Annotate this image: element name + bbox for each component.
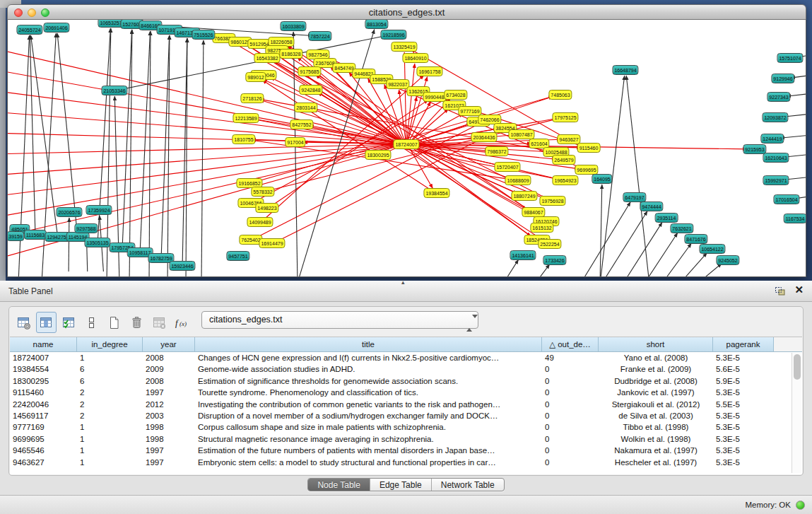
network-node[interactable]: 17975125 <box>552 112 578 122</box>
network-node[interactable]: 6479197 <box>623 192 646 202</box>
network-node[interactable]: 24055724 <box>16 25 42 35</box>
network-node[interactable]: 9115460 <box>577 143 601 153</box>
cell[interactable]: Nakamura et al. (1997) <box>599 445 713 456</box>
network-node[interactable]: 10688609 <box>505 175 531 185</box>
column-header-name[interactable]: name <box>10 337 77 351</box>
network-node[interactable]: 8813054 <box>365 20 388 29</box>
network-node[interactable]: 18640910 <box>402 53 428 63</box>
network-edge[interactable] <box>683 253 707 276</box>
cell[interactable]: Genome-wide association studies in ADHD. <box>195 363 542 375</box>
network-node[interactable]: 9474444 <box>640 201 663 211</box>
network-edge[interactable] <box>701 264 722 276</box>
create-column-icon[interactable] <box>104 312 124 333</box>
scrollbar-thumb[interactable] <box>794 354 801 380</box>
cell[interactable]: 2 <box>77 410 143 421</box>
cell[interactable]: 18724007 <box>10 352 77 363</box>
table-row[interactable]: 911546021997Tourette syndrome. Phenomeno… <box>10 387 791 398</box>
cell[interactable]: 9777169 <box>10 421 77 433</box>
cell[interactable]: 1997 <box>143 387 195 398</box>
cell[interactable]: 0 <box>542 421 599 433</box>
network-edge[interactable] <box>600 185 602 276</box>
network-node[interactable]: 1244419 <box>760 134 784 144</box>
cell[interactable]: 5.9E-5 <box>713 375 774 387</box>
cell[interactable]: Disruption of a novel member of a sodium… <box>195 410 542 421</box>
cell[interactable]: 9463627 <box>10 457 77 468</box>
network-node[interactable]: 8427552 <box>290 119 313 129</box>
network-node[interactable]: 17359924 <box>86 205 112 215</box>
network-node[interactable]: 2522254 <box>538 239 561 249</box>
network-edge[interactable] <box>626 76 649 276</box>
network-node[interactable]: 1733426 <box>543 255 566 265</box>
cell[interactable]: 6 <box>77 363 143 375</box>
cell[interactable]: 2009 <box>143 363 195 375</box>
cell[interactable]: Tibbo et al. (1998) <box>599 421 713 433</box>
cell[interactable]: 5.3E-5 <box>713 433 774 445</box>
cell[interactable]: 5.5E-5 <box>713 399 774 410</box>
cell[interactable]: Changes of HCN gene expression and I(f) … <box>195 352 542 363</box>
table-row[interactable]: 1872400712008Changes of HCN gene express… <box>10 352 791 363</box>
cell[interactable]: Jankovic et al. (1997) <box>599 387 713 398</box>
network-node[interactable]: 5578332 <box>251 187 274 197</box>
cell[interactable]: 1 <box>77 433 143 445</box>
network-node[interactable]: 39159 <box>7 231 25 241</box>
network-node[interactable]: 9884067 <box>522 207 545 217</box>
cell[interactable]: Tourette syndrome. Phenomenology and cla… <box>195 387 542 398</box>
network-node[interactable]: 9457751 <box>226 251 249 261</box>
network-node[interactable]: 2649579 <box>552 155 575 165</box>
network-node[interactable]: 2718126 <box>240 93 264 103</box>
network-edge[interactable] <box>665 243 691 276</box>
network-node[interactable]: 16961758 <box>416 66 442 76</box>
cell[interactable]: 19384554 <box>10 363 77 375</box>
column-header-title[interactable]: title <box>195 337 542 351</box>
network-node[interactable]: 989012 <box>245 72 266 82</box>
cell[interactable]: 2003 <box>143 410 195 421</box>
cell[interactable]: 5.6E-5 <box>713 363 774 375</box>
table-selector-dropdown[interactable]: citations_edges.txt <box>201 311 478 329</box>
network-node[interactable]: 15720407 <box>494 162 520 172</box>
network-node[interactable]: 7857224 <box>308 31 331 41</box>
network-node[interactable]: 164095 <box>592 174 612 184</box>
cell[interactable]: 5.3E-5 <box>713 457 774 468</box>
network-node[interactable]: 16210643 <box>763 153 789 163</box>
network-node[interactable]: 9215953 <box>743 144 766 154</box>
column-stack-icon[interactable] <box>81 312 102 333</box>
network-edge[interactable] <box>201 40 204 276</box>
cell[interactable]: 18300295 <box>10 375 77 387</box>
cell[interactable]: Wolkin et al. (1998) <box>599 433 713 445</box>
network-node[interactable]: 1615132 <box>530 223 553 233</box>
cell[interactable]: 14569117 <box>10 410 77 421</box>
cell[interactable]: Estimation of the future numbers of pati… <box>195 445 542 456</box>
cell[interactable]: 2 <box>77 399 143 410</box>
cell[interactable]: 2012 <box>143 399 195 410</box>
table-row[interactable]: 946362711997Embryonic stem cells: a mode… <box>10 457 791 468</box>
network-node[interactable]: 21053346 <box>101 86 127 95</box>
network-node[interactable]: 19654923 <box>552 175 578 185</box>
cell[interactable]: Investigating the contribution of common… <box>195 399 542 410</box>
tab-node-table[interactable]: Node Table <box>308 479 370 491</box>
network-edge[interactable] <box>140 31 150 248</box>
cell[interactable]: 1 <box>77 445 143 456</box>
network-node[interactable]: 13325419 <box>391 42 417 52</box>
network-node[interactable]: 1115683 <box>24 230 47 240</box>
table-row[interactable]: 1830029562008Estimation of significance … <box>10 375 791 387</box>
network-node[interactable]: 6734028 <box>444 90 467 100</box>
tab-network-table[interactable]: Network Table <box>432 479 504 491</box>
network-edge[interactable] <box>149 31 151 276</box>
cell[interactable]: Structural magnetic resonance image aver… <box>195 433 542 445</box>
network-node[interactable]: 18300295 <box>365 150 391 160</box>
network-node[interactable]: 917004 <box>285 137 305 147</box>
cell[interactable]: Dudbridge et al. (2008) <box>599 375 713 387</box>
close-panel-icon[interactable]: ✕ <box>794 284 804 296</box>
table-row[interactable]: 1456911722003Disruption of a novel membe… <box>10 410 791 421</box>
network-node[interactable]: 16648794 <box>612 65 638 75</box>
network-node[interactable]: 7986372 <box>485 146 508 156</box>
minimize-window-button[interactable] <box>28 8 36 17</box>
cell[interactable]: 2 <box>77 387 143 398</box>
cell[interactable]: 1998 <box>143 421 195 433</box>
cell[interactable]: 5.3E-5 <box>713 352 774 363</box>
cell[interactable]: 0 <box>542 410 599 421</box>
network-node[interactable]: 1810755 <box>232 134 255 144</box>
cell[interactable]: de Silva et al. (2003) <box>599 410 713 421</box>
vertical-scrollbar[interactable] <box>792 353 801 473</box>
network-node[interactable]: 20691406 <box>43 23 69 33</box>
